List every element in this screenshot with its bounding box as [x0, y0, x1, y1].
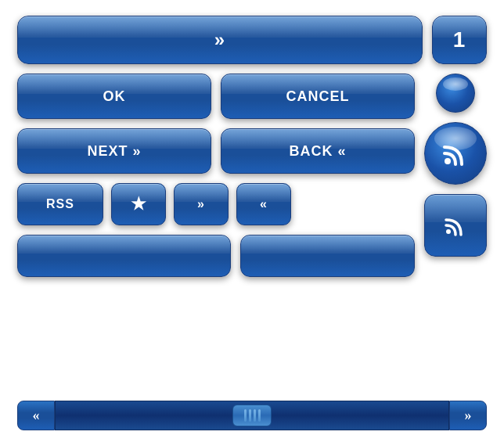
back-label: BACK « [289, 143, 346, 160]
number-label: 1 [453, 27, 466, 52]
double-chevron-left-small-icon: « [260, 197, 268, 211]
scrollbar-track[interactable] [55, 401, 449, 430]
scroll-right-icon: » [465, 408, 472, 424]
rss-label: RSS [46, 197, 74, 211]
small-circle-button[interactable] [436, 74, 475, 113]
rss-circle-icon [441, 139, 470, 167]
rss-text-button[interactable]: RSS [17, 183, 103, 225]
double-chevron-right-small-icon: » [197, 197, 205, 211]
scroll-right-button[interactable]: » [449, 401, 487, 430]
number-one-button[interactable]: 1 [432, 16, 487, 64]
ok-label: OK [103, 88, 126, 105]
rss-square-icon [445, 214, 466, 236]
scrollbar-thumb[interactable] [232, 405, 272, 426]
empty-button-left[interactable] [17, 235, 231, 277]
scroll-left-icon: « [33, 408, 40, 424]
rss-square-button[interactable] [424, 194, 487, 257]
double-chevron-right-icon: » [214, 29, 225, 51]
svg-point-0 [445, 158, 451, 164]
cancel-button[interactable]: CANCEL [221, 74, 415, 119]
forward-small-button[interactable]: » [174, 183, 229, 225]
backward-small-button[interactable]: « [236, 183, 291, 225]
back-button[interactable]: BACK « [221, 128, 415, 174]
rss-circle-button[interactable] [424, 122, 487, 185]
forward-wide-button[interactable]: » [17, 16, 423, 64]
star-icon: ★ [131, 194, 147, 214]
scroll-left-button[interactable]: « [17, 401, 55, 430]
next-button[interactable]: NEXT » [17, 128, 211, 174]
cancel-label: CANCEL [286, 88, 350, 105]
ok-button[interactable]: OK [17, 74, 211, 119]
thumb-grip-3 [254, 409, 256, 422]
thumb-grip-1 [244, 409, 247, 422]
thumb-grip-2 [249, 409, 251, 422]
next-label: NEXT » [87, 143, 141, 160]
empty-button-right[interactable] [240, 235, 415, 277]
svg-point-1 [446, 229, 451, 234]
thumb-grip-4 [258, 409, 261, 422]
star-button[interactable]: ★ [111, 183, 166, 225]
